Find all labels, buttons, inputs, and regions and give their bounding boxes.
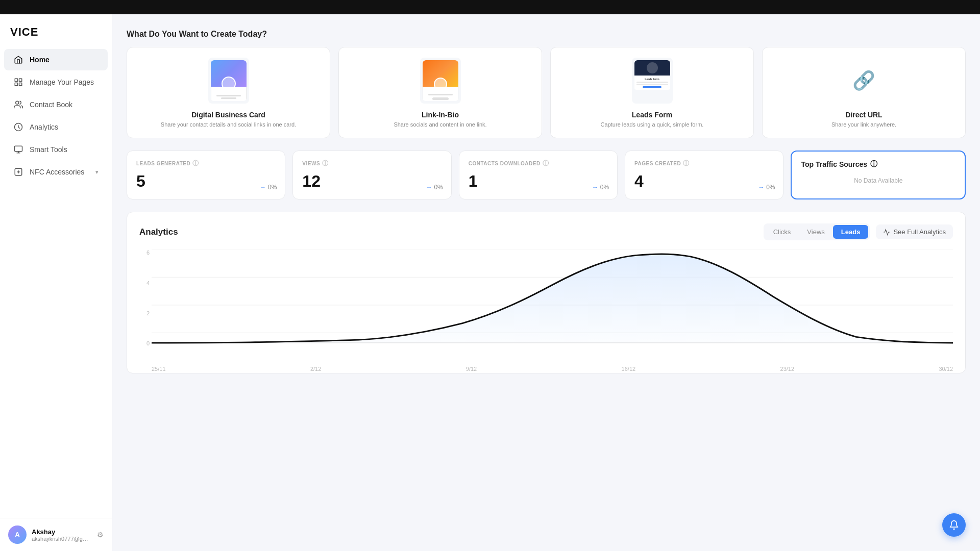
card-desc-direct-url: Share your link anywhere. xyxy=(831,121,896,129)
stat-label-contacts-downloaded: CONTACTS DOWNLOADED xyxy=(469,161,541,166)
card-title-digital-business-card: Digital Business Card xyxy=(191,111,265,119)
contact-icon xyxy=(13,99,23,110)
svg-rect-2 xyxy=(15,83,17,86)
card-title-link-in-bio: Link-In-Bio xyxy=(422,111,459,119)
svg-rect-0 xyxy=(15,79,17,81)
stat-change-pages-created: → 0% xyxy=(758,184,775,191)
sidebar: VICE Home Manage Your Pages Contact Book… xyxy=(0,14,112,551)
analytics-section: Analytics Clicks Views Leads See Full An… xyxy=(127,212,966,373)
sidebar-item-nfc-label: NFC Accessories xyxy=(30,168,84,176)
sidebar-item-analytics-label: Analytics xyxy=(30,123,58,131)
card-preview-direct-url: 🔗 xyxy=(844,58,885,104)
stats-row: LEADS GENERATED ⓘ 5 → 0% VIEWS ⓘ 12 → 0%… xyxy=(127,151,966,199)
chart-svg xyxy=(152,249,953,362)
sidebar-item-manage-pages[interactable]: Manage Your Pages xyxy=(4,71,108,93)
stat-label-views: VIEWS xyxy=(302,161,320,166)
pages-icon xyxy=(13,77,23,87)
chart-y-labels: 6 4 2 0 xyxy=(139,249,150,346)
sidebar-item-home-label: Home xyxy=(30,56,50,64)
info-icon-leads: ⓘ xyxy=(192,159,199,168)
sidebar-item-home[interactable]: Home xyxy=(4,49,108,70)
card-desc-leads-form: Capture leads using a quick, simple form… xyxy=(601,121,704,129)
sidebar-item-analytics[interactable]: Analytics xyxy=(4,116,108,138)
home-icon xyxy=(13,55,23,65)
tab-views[interactable]: Views xyxy=(799,225,832,239)
create-cards-grid: Digital Business Card Share your contact… xyxy=(127,47,966,138)
arrow-icon: → xyxy=(260,184,266,191)
info-icon-pages: ⓘ xyxy=(683,159,690,168)
chevron-down-icon: ▾ xyxy=(95,169,99,176)
analytics-header: Analytics Clicks Views Leads See Full An… xyxy=(139,223,953,240)
stat-change-contacts-downloaded: → 0% xyxy=(592,184,609,191)
arrow-icon: → xyxy=(592,184,598,191)
sidebar-item-manage-pages-label: Manage Your Pages xyxy=(30,78,94,86)
see-full-analytics-button[interactable]: See Full Analytics xyxy=(876,224,953,239)
chart-x-labels: 25/11 2/12 9/12 16/12 23/12 30/12 xyxy=(139,366,953,372)
sidebar-item-contact-book[interactable]: Contact Book xyxy=(4,94,108,115)
analytics-icon xyxy=(13,122,23,132)
traffic-no-data: No Data Available xyxy=(801,177,955,184)
tools-icon xyxy=(13,144,23,155)
stat-card-pages-created: PAGES CREATED ⓘ 4 → 0% xyxy=(625,151,783,199)
svg-rect-1 xyxy=(19,79,22,81)
sidebar-item-nfc[interactable]: NFC Accessories ▾ xyxy=(4,161,108,183)
svg-rect-3 xyxy=(19,83,22,86)
notification-button[interactable] xyxy=(942,513,966,537)
user-email: akshaykrish0777@gmail.... xyxy=(32,536,92,542)
stat-card-contacts-downloaded: CONTACTS DOWNLOADED ⓘ 1 → 0% xyxy=(459,151,618,199)
stat-card-leads-generated: LEADS GENERATED ⓘ 5 → 0% xyxy=(127,151,285,199)
analytics-title: Analytics xyxy=(139,227,178,237)
bell-icon xyxy=(949,520,959,530)
traffic-title-text: Top Traffic Sources xyxy=(801,160,867,168)
svg-point-4 xyxy=(16,101,19,104)
link-icon: 🔗 xyxy=(852,70,875,91)
analytics-tabs: Clicks Views Leads xyxy=(764,223,870,240)
main-content: What Do You Want to Create Today? xyxy=(112,14,980,551)
stat-value-pages-created: 4 xyxy=(634,172,774,191)
analytics-chart: 6 4 2 0 xyxy=(139,249,953,362)
card-desc-digital-business-card: Share your contact details and social li… xyxy=(161,121,296,129)
settings-icon[interactable]: ⚙ xyxy=(97,531,104,539)
nfc-icon xyxy=(13,167,23,177)
avatar: A xyxy=(8,525,27,544)
stat-value-views: 12 xyxy=(302,172,442,191)
stat-change-leads-generated: → 0% xyxy=(260,184,277,191)
create-card-direct-url[interactable]: 🔗 Direct URL Share your link anywhere. xyxy=(762,47,966,138)
create-card-digital-business-card[interactable]: Digital Business Card Share your contact… xyxy=(127,47,330,138)
chart-icon xyxy=(883,229,890,236)
stat-value-contacts-downloaded: 1 xyxy=(469,172,608,191)
app-logo: VICE xyxy=(0,14,112,48)
sidebar-item-smart-tools-label: Smart Tools xyxy=(30,145,67,154)
card-title-leads-form: Leads Form xyxy=(632,111,672,119)
info-icon-traffic: ⓘ xyxy=(870,160,877,169)
stat-label-leads-generated: LEADS GENERATED xyxy=(136,161,190,166)
svg-rect-6 xyxy=(15,146,22,152)
card-preview-digital-business-card xyxy=(208,58,249,104)
user-profile: A Akshay akshaykrish0777@gmail.... ⚙ xyxy=(0,518,112,551)
info-icon-views: ⓘ xyxy=(322,159,329,168)
sidebar-nav: Home Manage Your Pages Contact Book Anal… xyxy=(0,48,112,518)
sidebar-item-smart-tools[interactable]: Smart Tools xyxy=(4,139,108,160)
user-name: Akshay xyxy=(32,528,92,536)
create-card-link-in-bio[interactable]: Link-In-Bio Share socials and content in… xyxy=(338,47,542,138)
create-section-title: What Do You Want to Create Today? xyxy=(127,30,966,39)
card-preview-link-in-bio xyxy=(420,58,461,104)
sidebar-item-contact-book-label: Contact Book xyxy=(30,101,72,109)
card-desc-link-in-bio: Share socials and content in one link. xyxy=(394,121,486,129)
stat-change-views: → 0% xyxy=(426,184,443,191)
stat-label-pages-created: PAGES CREATED xyxy=(634,161,681,166)
tab-leads[interactable]: Leads xyxy=(833,225,869,239)
stat-card-top-traffic: Top Traffic Sources ⓘ No Data Available xyxy=(791,151,966,199)
arrow-icon: → xyxy=(426,184,432,191)
card-preview-leads-form: Leads Form xyxy=(632,58,673,104)
info-icon-contacts: ⓘ xyxy=(543,159,549,168)
top-bar xyxy=(0,0,980,14)
arrow-icon: → xyxy=(758,184,764,191)
create-card-leads-form[interactable]: Leads Form Leads Form Capture leads usin… xyxy=(550,47,754,138)
stat-card-views: VIEWS ⓘ 12 → 0% xyxy=(292,151,451,199)
tab-clicks[interactable]: Clicks xyxy=(765,225,799,239)
card-title-direct-url: Direct URL xyxy=(845,111,882,119)
stat-value-leads-generated: 5 xyxy=(136,172,276,191)
